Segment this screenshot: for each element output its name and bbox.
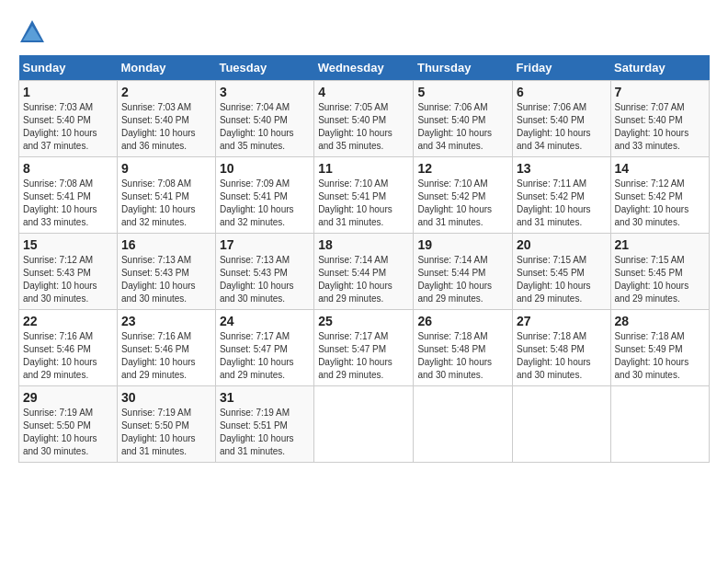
day-number: 28 (615, 314, 705, 328)
calendar-cell (314, 386, 414, 463)
day-number: 15 (23, 237, 113, 252)
day-info: Sunrise: 7:18 AMSunset: 5:48 PMDaylight:… (417, 331, 492, 380)
day-info: Sunrise: 7:07 AMSunset: 5:40 PMDaylight:… (615, 102, 689, 151)
day-info: Sunrise: 7:03 AMSunset: 5:40 PMDaylight:… (23, 102, 97, 151)
weekday-header-sunday: Sunday (19, 55, 118, 81)
weekday-header-thursday: Thursday (414, 55, 513, 81)
calendar-cell: 8 Sunrise: 7:08 AMSunset: 5:41 PMDayligh… (19, 157, 118, 234)
day-number: 4 (318, 85, 409, 99)
calendar-cell: 21 Sunrise: 7:15 AMSunset: 5:45 PMDaylig… (610, 234, 709, 310)
day-info: Sunrise: 7:04 AMSunset: 5:40 PMDaylight:… (220, 102, 294, 151)
logo (18, 18, 50, 46)
calendar-cell: 3 Sunrise: 7:04 AMSunset: 5:40 PMDayligh… (215, 81, 313, 157)
calendar-cell: 13 Sunrise: 7:11 AMSunset: 5:42 PMDaylig… (513, 157, 611, 234)
calendar-cell: 20 Sunrise: 7:15 AMSunset: 5:45 PMDaylig… (513, 234, 611, 310)
day-info: Sunrise: 7:09 AMSunset: 5:41 PMDaylight:… (220, 178, 294, 227)
day-info: Sunrise: 7:12 AMSunset: 5:42 PMDaylight:… (615, 178, 689, 227)
calendar-cell: 6 Sunrise: 7:06 AMSunset: 5:40 PMDayligh… (513, 81, 611, 157)
day-number: 6 (517, 85, 607, 99)
day-number: 5 (417, 85, 508, 99)
day-number: 3 (220, 85, 310, 99)
calendar-cell: 5 Sunrise: 7:06 AMSunset: 5:40 PMDayligh… (414, 81, 513, 157)
calendar-cell (414, 386, 513, 463)
day-info: Sunrise: 7:14 AMSunset: 5:44 PMDaylight:… (318, 255, 392, 304)
day-info: Sunrise: 7:03 AMSunset: 5:40 PMDaylight:… (121, 102, 196, 151)
day-number: 9 (121, 161, 211, 176)
day-number: 17 (220, 237, 310, 252)
day-number: 7 (615, 85, 705, 99)
day-number: 23 (121, 314, 211, 328)
day-info: Sunrise: 7:19 AMSunset: 5:51 PMDaylight:… (220, 408, 294, 456)
weekday-header-tuesday: Tuesday (215, 55, 313, 81)
day-info: Sunrise: 7:13 AMSunset: 5:43 PMDaylight:… (121, 255, 196, 304)
calendar-cell: 12 Sunrise: 7:10 AMSunset: 5:42 PMDaylig… (414, 157, 513, 234)
day-info: Sunrise: 7:16 AMSunset: 5:46 PMDaylight:… (121, 331, 196, 380)
day-number: 11 (318, 161, 409, 176)
weekday-header-monday: Monday (117, 55, 215, 81)
day-info: Sunrise: 7:16 AMSunset: 5:46 PMDaylight:… (23, 331, 97, 380)
day-number: 8 (23, 161, 113, 176)
day-info: Sunrise: 7:14 AMSunset: 5:44 PMDaylight:… (417, 255, 492, 304)
calendar-cell: 27 Sunrise: 7:18 AMSunset: 5:48 PMDaylig… (513, 310, 611, 386)
calendar-cell: 10 Sunrise: 7:09 AMSunset: 5:41 PMDaylig… (215, 157, 313, 234)
day-number: 10 (220, 161, 310, 176)
calendar-cell: 1 Sunrise: 7:03 AMSunset: 5:40 PMDayligh… (19, 81, 118, 157)
day-number: 22 (23, 314, 113, 328)
calendar-week-1: 1 Sunrise: 7:03 AMSunset: 5:40 PMDayligh… (19, 81, 710, 157)
day-info: Sunrise: 7:13 AMSunset: 5:43 PMDaylight:… (220, 255, 294, 304)
calendar-cell: 29 Sunrise: 7:19 AMSunset: 5:50 PMDaylig… (19, 386, 118, 463)
day-number: 16 (121, 237, 211, 252)
calendar-cell: 23 Sunrise: 7:16 AMSunset: 5:46 PMDaylig… (117, 310, 215, 386)
day-number: 31 (220, 390, 310, 405)
day-info: Sunrise: 7:11 AMSunset: 5:42 PMDaylight:… (517, 178, 591, 227)
day-number: 27 (517, 314, 607, 328)
calendar-cell: 17 Sunrise: 7:13 AMSunset: 5:43 PMDaylig… (215, 234, 313, 310)
day-info: Sunrise: 7:10 AMSunset: 5:42 PMDaylight:… (417, 178, 492, 227)
calendar-cell (610, 386, 709, 463)
calendar-cell: 15 Sunrise: 7:12 AMSunset: 5:43 PMDaylig… (19, 234, 118, 310)
day-number: 14 (615, 161, 705, 176)
calendar-cell: 28 Sunrise: 7:18 AMSunset: 5:49 PMDaylig… (610, 310, 709, 386)
day-info: Sunrise: 7:08 AMSunset: 5:41 PMDaylight:… (121, 178, 196, 227)
calendar-week-5: 29 Sunrise: 7:19 AMSunset: 5:50 PMDaylig… (19, 386, 710, 463)
logo-icon (18, 18, 46, 46)
day-number: 21 (615, 237, 705, 252)
calendar-cell: 25 Sunrise: 7:17 AMSunset: 5:47 PMDaylig… (314, 310, 414, 386)
day-info: Sunrise: 7:17 AMSunset: 5:47 PMDaylight:… (220, 331, 294, 380)
weekday-header-friday: Friday (513, 55, 611, 81)
calendar-cell: 2 Sunrise: 7:03 AMSunset: 5:40 PMDayligh… (117, 81, 215, 157)
day-info: Sunrise: 7:10 AMSunset: 5:41 PMDaylight:… (318, 178, 392, 227)
day-number: 18 (318, 237, 409, 252)
day-info: Sunrise: 7:17 AMSunset: 5:47 PMDaylight:… (318, 331, 392, 380)
day-info: Sunrise: 7:06 AMSunset: 5:40 PMDaylight:… (517, 102, 591, 151)
calendar-cell: 22 Sunrise: 7:16 AMSunset: 5:46 PMDaylig… (19, 310, 118, 386)
calendar-cell: 31 Sunrise: 7:19 AMSunset: 5:51 PMDaylig… (215, 386, 313, 463)
day-number: 12 (417, 161, 508, 176)
calendar-cell: 26 Sunrise: 7:18 AMSunset: 5:48 PMDaylig… (414, 310, 513, 386)
day-number: 25 (318, 314, 409, 328)
calendar-cell: 18 Sunrise: 7:14 AMSunset: 5:44 PMDaylig… (314, 234, 414, 310)
calendar-week-4: 22 Sunrise: 7:16 AMSunset: 5:46 PMDaylig… (19, 310, 710, 386)
day-number: 2 (121, 85, 211, 99)
weekday-header-row: SundayMondayTuesdayWednesdayThursdayFrid… (19, 55, 710, 81)
day-number: 26 (417, 314, 508, 328)
calendar-cell: 11 Sunrise: 7:10 AMSunset: 5:41 PMDaylig… (314, 157, 414, 234)
day-info: Sunrise: 7:08 AMSunset: 5:41 PMDaylight:… (23, 178, 97, 227)
calendar-cell: 30 Sunrise: 7:19 AMSunset: 5:50 PMDaylig… (117, 386, 215, 463)
weekday-header-saturday: Saturday (610, 55, 709, 81)
day-info: Sunrise: 7:18 AMSunset: 5:48 PMDaylight:… (517, 331, 591, 380)
calendar-cell: 14 Sunrise: 7:12 AMSunset: 5:42 PMDaylig… (610, 157, 709, 234)
calendar-cell: 16 Sunrise: 7:13 AMSunset: 5:43 PMDaylig… (117, 234, 215, 310)
weekday-header-wednesday: Wednesday (314, 55, 414, 81)
calendar-cell: 19 Sunrise: 7:14 AMSunset: 5:44 PMDaylig… (414, 234, 513, 310)
calendar-cell (513, 386, 611, 463)
calendar-week-2: 8 Sunrise: 7:08 AMSunset: 5:41 PMDayligh… (19, 157, 710, 234)
day-info: Sunrise: 7:06 AMSunset: 5:40 PMDaylight:… (417, 102, 492, 151)
day-info: Sunrise: 7:12 AMSunset: 5:43 PMDaylight:… (23, 255, 97, 304)
day-info: Sunrise: 7:15 AMSunset: 5:45 PMDaylight:… (615, 255, 689, 304)
day-number: 29 (23, 390, 113, 405)
day-number: 1 (23, 85, 113, 99)
calendar-cell: 7 Sunrise: 7:07 AMSunset: 5:40 PMDayligh… (610, 81, 709, 157)
calendar-table: SundayMondayTuesdayWednesdayThursdayFrid… (18, 55, 710, 463)
calendar-cell: 9 Sunrise: 7:08 AMSunset: 5:41 PMDayligh… (117, 157, 215, 234)
